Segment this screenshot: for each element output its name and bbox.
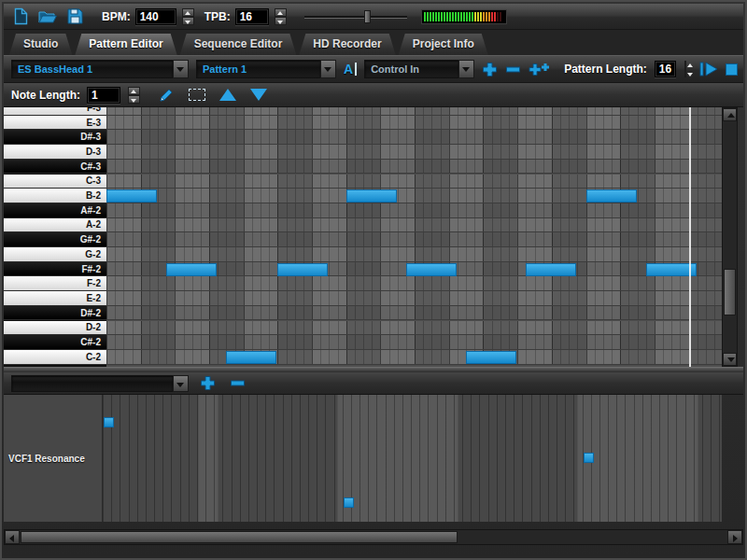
horizontal-scrollbar-thumb[interactable] [21,531,458,543]
note-F#-2-20[interactable] [277,263,328,276]
envelope-select[interactable] [11,375,189,392]
vertical-scrollbar[interactable] [722,107,738,367]
grid-row-D#-2[interactable] [106,306,722,321]
note-F#-2-7[interactable] [166,263,217,276]
spin-up-icon[interactable] [128,87,140,95]
grid-row-C-3[interactable] [106,175,722,189]
chevron-down-icon[interactable] [458,60,474,78]
add-pattern-button[interactable] [482,58,498,80]
grid-row-D#-3[interactable] [106,130,722,145]
remove-envelope-button[interactable] [226,372,248,395]
select-tool-button[interactable] [185,86,209,105]
grid-row-A-2[interactable] [106,218,722,233]
tab-hd-recorder[interactable]: HD Recorder [299,34,395,55]
scroll-down-icon[interactable] [723,353,737,366]
spin-down-icon[interactable] [128,95,140,104]
piano-key-A#-2[interactable]: A#-2 [4,203,106,218]
master-volume-slider[interactable] [304,9,407,24]
tpb-spin-down-icon[interactable] [275,17,287,25]
grid-row-A#-2[interactable] [106,203,722,218]
note-length-field[interactable]: 1 [87,87,120,104]
grid-row-C#-3[interactable] [106,160,722,175]
pattern-length-spinner[interactable] [684,61,686,77]
pattern-length-field[interactable]: 16 [655,61,676,77]
tab-sequence-editor[interactable]: Sequence Editor [180,34,297,55]
piano-key-C-3[interactable]: C-3 [4,175,106,189]
tab-studio[interactable]: Studio [9,34,72,55]
tpb-spinner[interactable] [275,8,287,25]
piano-key-C#-2[interactable]: C#-2 [4,335,106,350]
piano-key-D-3[interactable]: D-3 [4,145,106,160]
bpm-spinner[interactable] [182,8,194,25]
transpose-up-button[interactable] [216,86,240,105]
automation-event-28[interactable] [344,497,354,508]
slider-track[interactable] [304,16,407,19]
piano-key-G-2[interactable]: G-2 [4,247,106,262]
bpm-field[interactable]: 140 [135,8,176,25]
grid-row-D-3[interactable] [106,145,722,160]
machine-select[interactable]: ES BassHead 1 [11,60,189,78]
transpose-down-button[interactable] [247,86,271,105]
grid-row-C#-2[interactable] [106,335,722,350]
tab-project-info[interactable]: Project Info [399,34,488,55]
bpm-spin-up-icon[interactable] [182,8,194,17]
chevron-down-icon[interactable] [320,60,336,78]
piano-key-F-2[interactable]: F-2 [4,276,106,291]
note-F#-2-49[interactable] [526,263,576,276]
grid-row-E-3[interactable] [106,116,722,131]
automation-grid[interactable] [103,395,722,522]
piano-key-B-2[interactable]: B-2 [4,189,106,203]
grid-row-E-2[interactable] [106,291,722,306]
open-file-button[interactable] [36,6,59,28]
piano-key-F-3[interactable]: F-3 [4,107,106,116]
chevron-down-icon[interactable] [173,60,189,78]
piano-key-D#-3[interactable]: D#-3 [4,130,106,145]
scroll-up-icon[interactable] [723,108,737,121]
add-envelope-button[interactable] [196,372,218,395]
scroll-left-icon[interactable] [5,530,20,544]
piano-key-D-2[interactable]: D-2 [4,321,106,336]
automation-event-0[interactable] [104,417,114,427]
chevron-down-icon[interactable] [173,375,189,392]
piano-key-E-2[interactable]: E-2 [4,291,106,306]
remove-pattern-button[interactable] [505,58,521,80]
note-B-2-0[interactable] [106,189,157,203]
grid-row-C-2[interactable] [106,350,722,365]
piano-key-C-2[interactable]: C-2 [4,350,106,365]
piano-key-E-3[interactable]: E-3 [4,116,106,131]
grid-row-F-3[interactable] [106,107,722,116]
pattern-select[interactable]: Pattern 1 [196,60,336,78]
grid-row-G#-2[interactable] [106,232,722,247]
grid-row-F-2[interactable] [106,276,722,291]
control-select[interactable]: Control In [364,60,474,78]
new-file-button[interactable] [9,6,32,28]
horizontal-scrollbar[interactable] [4,529,743,545]
piano-key-F#-2[interactable]: F#-2 [4,262,106,277]
save-button[interactable] [63,6,86,28]
piano-key-A-2[interactable]: A-2 [4,218,106,233]
play-button[interactable] [699,58,718,80]
piano-key-D#-2[interactable]: D#-2 [4,306,106,321]
note-C-2-42[interactable] [466,351,516,364]
note-B-2-28[interactable] [346,189,397,203]
volume-slider-thumb[interactable] [364,10,371,23]
spin-down-icon[interactable] [684,69,686,77]
scroll-right-icon[interactable] [727,530,742,544]
grid-row-D-2[interactable] [106,321,722,336]
pencil-tool-button[interactable] [154,86,178,105]
tab-pattern-editor[interactable]: Pattern Editor [75,34,176,55]
note-B-2-56[interactable] [586,189,637,203]
vertical-scrollbar-thumb[interactable] [724,269,736,315]
tpb-field[interactable]: 16 [235,8,269,25]
stop-button[interactable] [726,58,738,80]
clone-pattern-button[interactable] [529,58,549,80]
rename-pattern-button[interactable]: A [344,62,357,77]
grid-row-G-2[interactable] [106,247,722,262]
tpb-spin-up-icon[interactable] [275,8,287,17]
bpm-spin-down-icon[interactable] [182,17,194,25]
spin-up-icon[interactable] [684,61,686,69]
piano-key-G#-2[interactable]: G#-2 [4,232,106,247]
note-C-2-14[interactable] [226,351,276,364]
piano-key-C#-3[interactable]: C#-3 [4,160,106,175]
note-F#-2-35[interactable] [406,263,457,276]
